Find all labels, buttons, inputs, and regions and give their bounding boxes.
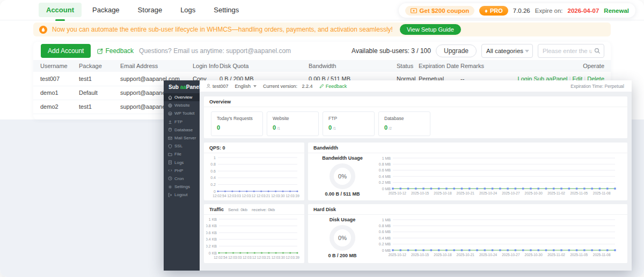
svg-text:12:03:30: 12:03:30: [271, 194, 285, 198]
col-login-info: Login Info: [193, 60, 219, 72]
feedback-link[interactable]: Feedback: [97, 47, 134, 55]
sidebar-item-wp-toolkit[interactable]: WP Toolkit: [164, 109, 200, 117]
database-icon: [168, 128, 172, 132]
traffic-card: TrafficSend: 0kbreceive: 0kb 1 KB0.8 KB0…: [204, 204, 304, 263]
svg-text:12:03:30: 12:03:30: [272, 256, 286, 259]
upgrade-button[interactable]: Upgrade: [436, 44, 477, 57]
svg-text:2025-10-15: 2025-10-15: [411, 191, 429, 194]
cell-package: test1: [79, 72, 120, 86]
svg-text:2025-10-27: 2025-10-27: [502, 191, 520, 194]
col-remarks: Remarks: [460, 60, 494, 72]
expire-date: 2026-04-07: [568, 8, 599, 14]
username-search: [538, 44, 604, 58]
col-username: Username: [33, 60, 79, 72]
sidebar-item-mail-server[interactable]: Mail Server: [164, 134, 200, 142]
subpanel-header: test007 English Current version: 2.2.4 F…: [200, 80, 632, 92]
diamond-icon: ♦: [485, 8, 488, 14]
sidebar-item-overview[interactable]: Overview: [164, 93, 200, 101]
top-nav: Account Package Storage Logs Settings Ge…: [0, 0, 644, 20]
svg-text:12:03:03: 12:03:03: [228, 194, 241, 198]
traffic-chart: 1 KB0.8 KB0.6 KB0.4 KB0.2 KB0 KB12:02:54…: [206, 216, 302, 260]
svg-text:2025-11-05: 2025-11-05: [570, 252, 588, 256]
svg-text:0.6 KB: 0.6 KB: [206, 231, 217, 235]
expiration-time-text: Expiration Time: Perpetual: [570, 84, 632, 89]
svg-text:0: 0: [214, 190, 216, 193]
cell-username[interactable]: demo2: [33, 100, 79, 114]
subpanel-main: test007 English Current version: 2.2.4 F…: [200, 80, 632, 271]
col-package: Package: [79, 60, 120, 72]
category-select[interactable]: All categories: [481, 44, 533, 58]
sidebar-item-ftp[interactable]: FTP: [164, 118, 200, 126]
bandwidth-donut: 0%: [330, 163, 355, 189]
tab-logs[interactable]: Logs: [173, 3, 203, 17]
gear-icon: [168, 185, 172, 189]
cell-username[interactable]: demo1: [33, 86, 79, 100]
disk-donut: 0%: [330, 225, 355, 251]
view-setup-guide-button[interactable]: View Setup Guide: [400, 24, 461, 35]
col-disk-quota: Disk Quota: [219, 60, 309, 72]
bandwidth-title: Bandwidth: [308, 143, 627, 153]
current-version: Current version: 2.2.4: [263, 84, 313, 89]
stat-database[interactable]: Database0/2: [378, 111, 430, 136]
sidebar-item-logout[interactable]: Logout: [164, 191, 200, 199]
coupon-button[interactable]: Get $200 coupon: [405, 6, 475, 16]
ftp-upload-icon: [168, 119, 172, 124]
tab-settings[interactable]: Settings: [206, 3, 246, 17]
svg-text:2025-11-05: 2025-11-05: [570, 191, 588, 194]
svg-text:1 MB: 1 MB: [382, 156, 391, 160]
tab-package[interactable]: Package: [85, 3, 127, 17]
money-icon: [411, 8, 417, 13]
traffic-title: TrafficSend: 0kbreceive: 0kb: [204, 204, 304, 215]
cell-package: Default: [79, 86, 120, 100]
svg-text:12:03:12: 12:03:12: [243, 256, 257, 259]
search-input[interactable]: [538, 44, 592, 57]
table-header-row: Username Package Email Address Login Inf…: [33, 60, 611, 72]
svg-text:12:02:54: 12:02:54: [213, 194, 226, 198]
qps-card: QPS: 0 10.80.60.40.2012:02:5412:03:0312:…: [204, 143, 304, 200]
col-email: Email Address: [120, 60, 193, 72]
pro-badge[interactable]: ♦ PRO: [479, 6, 508, 16]
sidebar-item-ssl[interactable]: SSL: [164, 142, 200, 150]
license-bar: Get $200 coupon ♦ PRO 7.0.26 Expire on: …: [399, 3, 635, 18]
nav-tabs: Account Package Storage Logs Settings: [39, 3, 246, 17]
svg-text:0 MB: 0 MB: [382, 186, 391, 190]
shield-icon: [168, 144, 172, 148]
stat-ftp[interactable]: FTP0/1: [323, 111, 375, 136]
language-select[interactable]: English: [235, 84, 257, 89]
col-operate: Operate: [494, 60, 611, 72]
renewal-link[interactable]: Renewal: [604, 8, 629, 14]
svg-text:2025-10-15: 2025-10-15: [411, 252, 429, 256]
svg-text:2025-10-27: 2025-10-27: [502, 252, 520, 256]
tab-storage[interactable]: Storage: [130, 3, 170, 17]
add-account-button[interactable]: Add Account: [41, 44, 91, 58]
svg-text:2025-11-08: 2025-11-08: [593, 252, 611, 256]
expire-label: Expire on:: [535, 8, 563, 14]
sidebar-item-database[interactable]: Database: [164, 126, 200, 134]
sidebar-item-php[interactable]: PHP: [164, 167, 200, 175]
svg-text:1 MB: 1 MB: [382, 218, 391, 221]
sidebar-item-website[interactable]: Website: [164, 101, 200, 109]
stat-website[interactable]: Website0/1: [267, 111, 319, 136]
svg-text:1: 1: [214, 156, 216, 160]
user-menu[interactable]: test007: [206, 84, 229, 89]
sidebar-item-settings[interactable]: Settings: [164, 183, 200, 191]
subpanel-brand: Sub aaPanel: [164, 80, 200, 93]
svg-text:12:03:39: 12:03:39: [286, 194, 299, 198]
svg-text:2025-10-12: 2025-10-12: [389, 252, 407, 256]
sidebar-item-file[interactable]: File: [164, 150, 200, 158]
support-email-text: Questions? Email us anytime: support@aap…: [139, 47, 291, 55]
subpanel-feedback-link[interactable]: Feedback: [319, 84, 347, 89]
folder-icon: [168, 152, 172, 156]
cell-username[interactable]: test007: [33, 72, 79, 86]
svg-text:2025-10-30: 2025-10-30: [525, 191, 543, 194]
sidebar-item-logs[interactable]: Logs: [164, 159, 200, 167]
svg-text:0.2 KB: 0.2 KB: [206, 244, 217, 248]
stat-todays-requests[interactable]: Today's Requests0: [211, 111, 263, 136]
search-icon[interactable]: [594, 48, 601, 54]
svg-text:0 KB: 0 KB: [209, 251, 217, 255]
svg-text:0.6 MB: 0.6 MB: [379, 230, 391, 234]
sidebar-item-cron[interactable]: Cron: [164, 175, 200, 183]
tab-account[interactable]: Account: [39, 3, 82, 17]
whmcs-banner: Now you can automate the entire sub-user…: [33, 23, 611, 36]
svg-text:0.8 MB: 0.8 MB: [379, 162, 391, 166]
